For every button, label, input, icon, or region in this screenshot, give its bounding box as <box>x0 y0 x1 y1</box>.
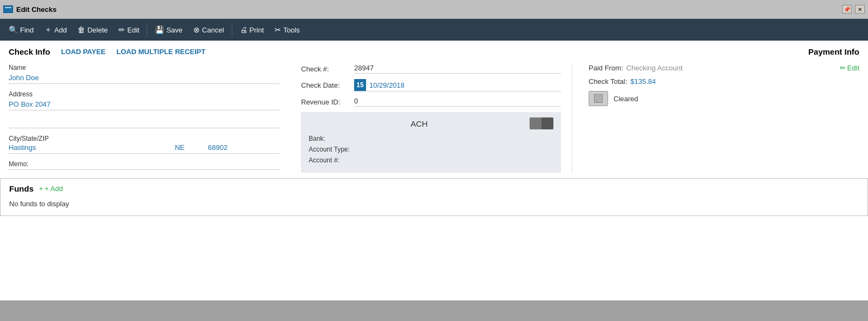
zip-value[interactable]: 68902 <box>208 143 279 152</box>
name-value[interactable]: John Doe <box>9 73 279 84</box>
cancel-icon: ⊗ <box>193 25 200 34</box>
find-icon: 🔍 <box>9 25 18 34</box>
ach-toggle[interactable] <box>530 117 553 129</box>
city-value[interactable]: Hastings <box>9 143 152 152</box>
toggle-left <box>530 117 541 129</box>
left-column: Name John Doe Address PO Box 2047 City/S… <box>9 64 290 173</box>
account-type-row: Account Type: <box>309 146 553 153</box>
cleared-label: Cleared <box>614 95 638 103</box>
plus-icon: + <box>39 185 43 193</box>
city-state-zip-group: City/State/ZIP Hastings NE 68902 <box>9 135 279 154</box>
load-payee-button[interactable]: LOAD PAYEE <box>61 48 106 56</box>
content-layout: Name John Doe Address PO Box 2047 City/S… <box>9 64 859 173</box>
ach-title: ACH <box>309 119 530 128</box>
check-total-value: $135.84 <box>630 77 656 86</box>
city-state-zip-row: Hastings NE 68902 <box>9 143 279 154</box>
save-icon: 💾 <box>155 25 164 34</box>
edit-label: Edit <box>847 64 859 72</box>
calendar-icon[interactable]: 15 <box>354 79 366 91</box>
add-button[interactable]: ＋ Add <box>40 23 71 37</box>
check-num-underline: 28947 <box>354 64 561 74</box>
funds-section: Funds + + Add No funds to display <box>0 178 868 216</box>
delete-button[interactable]: 🗑 Delete <box>73 23 112 36</box>
cancel-button[interactable]: ⊗ Cancel <box>189 23 228 36</box>
paid-from-label: Paid From: <box>589 64 623 72</box>
check-info-title: Check Info <box>9 47 50 56</box>
check-date-label: Check Date: <box>301 81 350 89</box>
ach-header: ACH <box>309 117 553 129</box>
close-button[interactable]: ✕ <box>855 5 865 14</box>
window-title: Edit Checks <box>16 5 839 14</box>
funds-title: Funds <box>9 184 34 193</box>
funds-header: Funds + + Add <box>9 184 859 193</box>
check-num-label: Check #: <box>301 65 350 73</box>
print-button[interactable]: 🖨 Print <box>236 23 269 36</box>
check-date-row: Check Date: 15 10/29/2018 <box>301 79 561 91</box>
address-label: Address <box>9 90 279 98</box>
load-multiple-receipt-button[interactable]: LOAD MULTIPLE RECEIPT <box>116 48 205 56</box>
memo-label: Memo: <box>9 160 29 168</box>
check-num-value[interactable]: 28947 <box>354 64 374 72</box>
save-button[interactable]: 💾 Save <box>151 23 187 36</box>
cleared-row: Cleared <box>589 91 859 106</box>
main-content: Check Info LOAD PAYEE LOAD MULTIPLE RECE… <box>0 41 868 300</box>
separator-2 <box>232 23 232 36</box>
add-label: + Add <box>45 185 63 193</box>
address-field-group: Address PO Box 2047 <box>9 90 279 110</box>
right-column: Paid From: Checking Account ✏ Edit Check… <box>572 64 859 173</box>
ach-panel: ACH Bank: Account Type: Account #: <box>301 112 561 173</box>
section-header-row: Check Info LOAD PAYEE LOAD MULTIPLE RECE… <box>9 47 859 56</box>
middle-column: Check #: 28947 Check Date: 15 10/29/2018… <box>290 64 572 173</box>
revenue-id-underline: 0 <box>354 97 561 107</box>
payment-info-title: Payment Info <box>808 47 859 56</box>
memo-row: Memo: <box>9 160 279 170</box>
title-bar: Edit Checks 📌 ✕ <box>0 0 868 19</box>
bottom-area <box>0 300 868 321</box>
check-date-field: 15 10/29/2018 <box>354 79 561 91</box>
account-num-label: Account #: <box>309 156 340 164</box>
paid-from-row: Paid From: Checking Account ✏ Edit <box>589 64 859 72</box>
separator-1 <box>147 23 147 36</box>
check-total-label: Check Total: <box>589 77 627 86</box>
address2-field-group <box>9 117 279 128</box>
state-value[interactable]: NE <box>156 143 204 152</box>
window-icon <box>3 5 13 13</box>
toggle-right <box>541 117 553 129</box>
bank-label: Bank: <box>309 135 325 142</box>
account-type-label: Account Type: <box>309 146 350 153</box>
svg-rect-1 <box>5 7 11 8</box>
revenue-id-label: Revenue ID: <box>301 98 350 106</box>
edit-button[interactable]: ✏ Edit <box>114 23 143 36</box>
edit-pencil-icon: ✏ <box>840 64 846 72</box>
tools-button[interactable]: ✂ Tools <box>270 23 304 36</box>
address2-value[interactable] <box>9 117 279 128</box>
address-value[interactable]: PO Box 2047 <box>9 99 279 110</box>
bank-row: Bank: <box>309 135 553 142</box>
pin-button[interactable]: 📌 <box>842 5 852 14</box>
name-label: Name <box>9 64 279 71</box>
toolbar: 🔍 Find ＋ Add 🗑 Delete ✏ Edit 💾 Save ⊗ Ca… <box>0 19 868 41</box>
city-state-zip-label: City/State/ZIP <box>9 135 279 142</box>
add-icon: ＋ <box>44 25 52 35</box>
check-num-row: Check #: 28947 <box>301 64 561 74</box>
revenue-id-value[interactable]: 0 <box>354 97 358 105</box>
account-num-row: Account #: <box>309 156 553 164</box>
funds-empty-message: No funds to display <box>9 198 859 210</box>
cleared-checkbox[interactable] <box>589 91 608 106</box>
edit-icon: ✏ <box>119 25 125 34</box>
print-icon: 🖨 <box>240 25 247 34</box>
funds-add-button[interactable]: + + Add <box>39 185 63 193</box>
check-date-value[interactable]: 10/29/2018 <box>369 81 404 89</box>
find-button[interactable]: 🔍 Find <box>4 23 38 36</box>
tools-icon: ✂ <box>275 25 281 34</box>
check-total-row: Check Total: $135.84 <box>589 77 859 86</box>
revenue-id-row: Revenue ID: 0 <box>301 97 561 107</box>
payment-edit-button[interactable]: ✏ Edit <box>840 64 859 72</box>
delete-icon: 🗑 <box>77 25 85 34</box>
name-field-group: Name John Doe <box>9 64 279 84</box>
paid-from-value: Checking Account <box>626 64 683 72</box>
